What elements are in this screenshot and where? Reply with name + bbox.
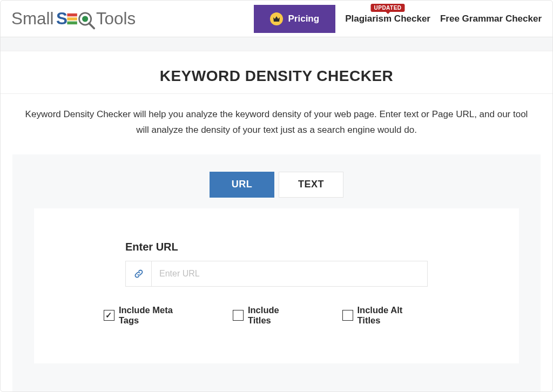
title-section: KEYWORD DENSITY CHECKER (1, 51, 552, 94)
pricing-label: Pricing (288, 13, 320, 24)
url-field-label: Enter URL (125, 241, 428, 253)
crown-icon (270, 12, 283, 25)
header-bar: Small S Tools Pricing UPDATED Plagiarism… (1, 1, 552, 37)
svg-line-7 (89, 23, 94, 28)
svg-point-6 (82, 16, 88, 22)
pricing-button[interactable]: Pricing (254, 5, 336, 33)
nav-link-label: Free Grammar Checker (440, 13, 542, 24)
url-input[interactable] (152, 261, 427, 286)
svg-text:Tools: Tools (96, 9, 136, 28)
checkbox-meta-tags[interactable]: Include Meta Tags (104, 305, 195, 326)
updated-badge: UPDATED (371, 4, 405, 12)
page-description: Keyword Density Checker will help you an… (1, 94, 552, 154)
checkbox-box (104, 310, 114, 321)
options-row: Include Meta Tags Include Titles Include… (104, 305, 428, 326)
tab-url[interactable]: URL (210, 172, 274, 198)
svg-rect-4 (67, 21, 77, 24)
nav-link-label: Plagiarism Checker (345, 13, 430, 24)
form-card: Enter URL Include Meta Tags Include Titl… (34, 208, 519, 363)
header-spacer (1, 37, 552, 51)
logo[interactable]: Small S Tools (11, 8, 141, 30)
page-title: KEYWORD DENSITY CHECKER (11, 67, 542, 85)
checkbox-label: Include Titles (248, 305, 305, 326)
checkbox-box (233, 310, 244, 321)
checkbox-label: Include Alt Titles (358, 305, 428, 326)
tabs: URL TEXT (34, 172, 519, 198)
checkbox-box (342, 310, 353, 321)
svg-rect-3 (67, 17, 77, 21)
tab-text[interactable]: TEXT (279, 172, 343, 198)
tool-area: URL TEXT Enter URL Include Meta Tags Inc… (12, 154, 541, 392)
nav: Pricing UPDATED Plagiarism Checker Free … (254, 5, 542, 33)
svg-rect-2 (67, 13, 77, 16)
link-icon (126, 261, 152, 286)
checkbox-alt-titles[interactable]: Include Alt Titles (342, 305, 428, 326)
svg-text:Small: Small (11, 9, 53, 28)
url-input-wrap (125, 261, 428, 287)
checkbox-label: Include Meta Tags (119, 305, 195, 326)
nav-link-plagiarism[interactable]: UPDATED Plagiarism Checker (345, 13, 430, 24)
svg-text:S: S (56, 9, 68, 28)
nav-link-grammar[interactable]: Free Grammar Checker (440, 13, 542, 24)
checkbox-titles[interactable]: Include Titles (233, 305, 305, 326)
